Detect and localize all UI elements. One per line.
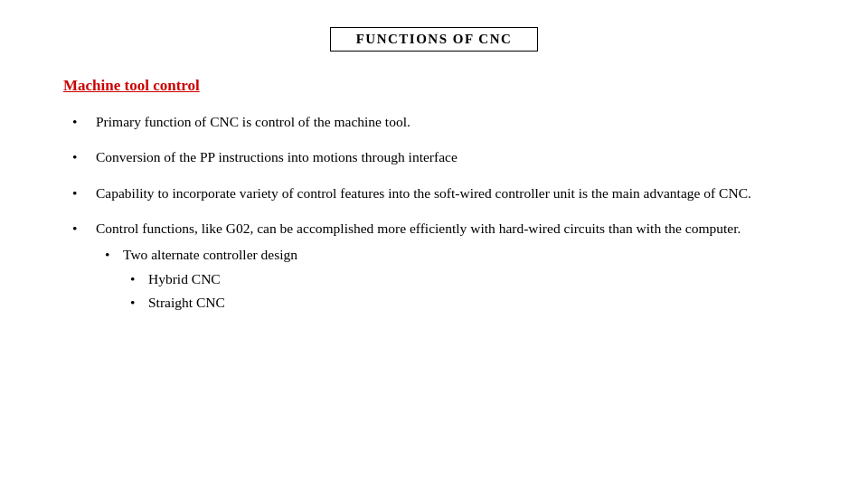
sub-list-item: • Two alternate controller design [105, 244, 814, 265]
sub-sub-bullet-icon: • [130, 268, 148, 289]
page-title: FUNCTIONS OF CNC [330, 27, 539, 52]
list-item: • Control functions, like G02, can be ac… [54, 218, 814, 314]
sub-bullet-icon: • [105, 244, 123, 265]
section-heading: Machine tool control [63, 77, 814, 95]
sub-sub-list-item: • Straight CNC [130, 292, 814, 313]
bullet-icon: • [72, 146, 92, 167]
title-box: FUNCTIONS OF CNC [54, 27, 814, 52]
sub-sub-bullet-list: • Hybrid CNC • Straight CNC [130, 268, 814, 313]
sub-bullet-text: Two alternate controller design [123, 244, 297, 265]
bullet-icon: • [72, 111, 92, 132]
bullet-text: Control functions, like G02, can be acco… [96, 218, 814, 314]
sub-sub-list-item: • Hybrid CNC [130, 268, 814, 289]
main-bullet-list: • Primary function of CNC is control of … [54, 111, 814, 314]
bullet-text: Capability to incorporate variety of con… [96, 183, 814, 203]
bullet-text: Conversion of the PP instructions into m… [96, 146, 814, 167]
list-item: • Conversion of the PP instructions into… [54, 146, 814, 167]
bullet-icon: • [72, 218, 92, 239]
page-container: FUNCTIONS OF CNC Machine tool control • … [0, 0, 868, 488]
bullet-text: Primary function of CNC is control of th… [96, 111, 814, 132]
list-item: • Primary function of CNC is control of … [54, 111, 814, 132]
bullet-icon: • [72, 183, 92, 203]
sub-sub-bullet-text: Hybrid CNC [148, 268, 221, 289]
sub-bullet-list: • Two alternate controller design • Hybr… [105, 244, 814, 313]
sub-sub-bullet-text: Straight CNC [148, 292, 225, 313]
sub-sub-bullet-icon: • [130, 292, 148, 313]
list-item: • Capability to incorporate variety of c… [54, 183, 814, 203]
